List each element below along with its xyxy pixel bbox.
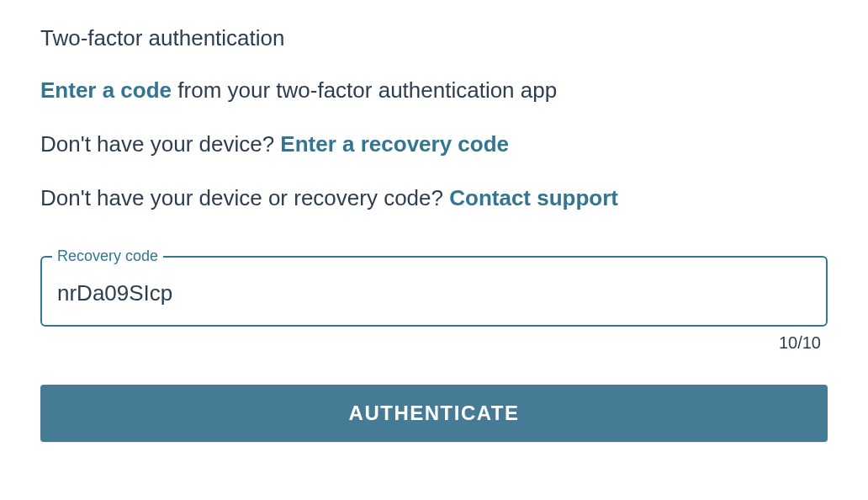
contact-support-link[interactable]: Contact support [449,185,618,210]
support-prompt-prefix: Don't have your device or recovery code? [40,185,449,210]
instruction-suffix: from your two-factor authentication app [172,77,557,103]
character-counter: 10/10 [40,333,828,353]
recovery-prompt: Don't have your device? Enter a recovery… [40,130,828,159]
enter-code-link[interactable]: Enter a code [40,77,172,103]
instruction-text: Enter a code from your two-factor authen… [40,77,828,105]
authenticate-button[interactable]: AUTHENTICATE [40,385,828,442]
recovery-code-label: Recovery code [52,247,163,265]
enter-recovery-code-link[interactable]: Enter a recovery code [280,131,509,157]
recovery-code-field-wrapper: Recovery code 10/10 [40,247,828,353]
recovery-prompt-prefix: Don't have your device? [40,131,280,157]
recovery-code-input[interactable] [42,265,826,325]
recovery-code-fieldset: Recovery code [40,247,828,327]
support-prompt: Don't have your device or recovery code?… [40,184,828,213]
page-title: Two-factor authentication [40,25,828,51]
